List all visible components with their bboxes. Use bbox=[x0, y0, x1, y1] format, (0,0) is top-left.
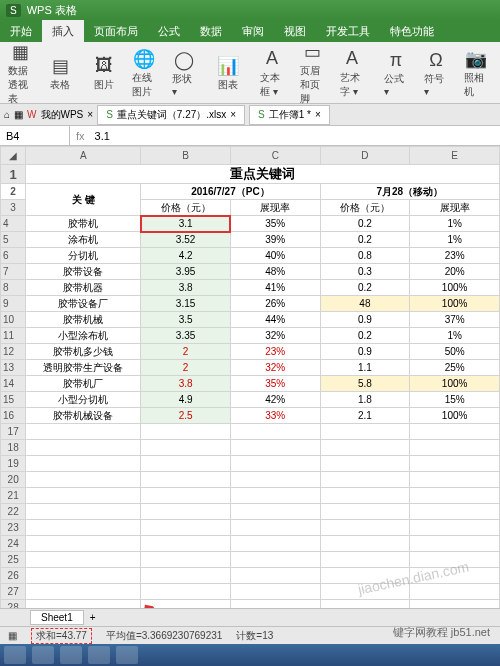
wordart-button[interactable]: A艺术字 ▾ bbox=[334, 45, 370, 101]
symbol-button[interactable]: Ω符号 ▾ bbox=[418, 46, 454, 99]
row-hdr[interactable]: 7 bbox=[1, 264, 26, 280]
tab-data[interactable]: 数据 bbox=[190, 20, 232, 42]
cell[interactable] bbox=[230, 584, 320, 600]
cell[interactable] bbox=[230, 488, 320, 504]
cell[interactable]: 胶带设备 bbox=[26, 264, 141, 280]
cell[interactable]: 40% bbox=[230, 248, 320, 264]
cell[interactable]: 4.9 bbox=[141, 392, 231, 408]
cell[interactable]: 0.2 bbox=[320, 280, 410, 296]
cell[interactable] bbox=[141, 568, 231, 584]
cell[interactable] bbox=[26, 504, 141, 520]
cell[interactable] bbox=[26, 536, 141, 552]
cell[interactable] bbox=[320, 456, 410, 472]
cell[interactable] bbox=[320, 440, 410, 456]
table-row[interactable]: 8 胶带机器 3.8 41% 0.2 100% bbox=[1, 280, 500, 296]
imp-hdr[interactable]: 展现率 bbox=[410, 200, 500, 216]
cell[interactable] bbox=[141, 520, 231, 536]
tab-insert[interactable]: 插入 bbox=[42, 20, 84, 42]
pivot-button[interactable]: ▦数据透视表 bbox=[2, 38, 38, 108]
tab-formula[interactable]: 公式 bbox=[148, 20, 190, 42]
row-hdr[interactable]: 4 bbox=[1, 216, 26, 232]
cell[interactable]: 胶带机厂 bbox=[26, 376, 141, 392]
cell[interactable] bbox=[320, 424, 410, 440]
cell[interactable]: 透明胶带生产设备 bbox=[26, 360, 141, 376]
task-button[interactable] bbox=[60, 646, 82, 664]
cell[interactable] bbox=[320, 488, 410, 504]
cell[interactable]: 0.9 bbox=[320, 344, 410, 360]
shape-button[interactable]: ◯形状 ▾ bbox=[166, 46, 202, 99]
cell[interactable]: 胶带机器 bbox=[26, 280, 141, 296]
cell[interactable]: 48 bbox=[320, 296, 410, 312]
equation-button[interactable]: π公式 ▾ bbox=[378, 46, 414, 99]
task-button[interactable] bbox=[88, 646, 110, 664]
cell[interactable] bbox=[26, 568, 141, 584]
tab-layout[interactable]: 页面布局 bbox=[84, 20, 148, 42]
cell[interactable] bbox=[230, 440, 320, 456]
pc-header[interactable]: 2016/7/27（PC） bbox=[141, 184, 320, 200]
cell[interactable]: 0.2 bbox=[320, 216, 410, 232]
cell[interactable] bbox=[320, 536, 410, 552]
cell[interactable] bbox=[230, 424, 320, 440]
cell[interactable] bbox=[26, 552, 141, 568]
cell[interactable]: 胶带设备厂 bbox=[26, 296, 141, 312]
chart-button[interactable]: 📊图表 bbox=[210, 52, 246, 94]
row-hdr[interactable]: 12 bbox=[1, 344, 26, 360]
cell[interactable]: 48% bbox=[230, 264, 320, 280]
cell[interactable]: 44% bbox=[230, 312, 320, 328]
cell[interactable] bbox=[230, 520, 320, 536]
cell[interactable] bbox=[410, 584, 500, 600]
cell[interactable] bbox=[141, 424, 231, 440]
row-hdr[interactable]: 21 bbox=[1, 488, 26, 504]
cell[interactable]: 23% bbox=[230, 344, 320, 360]
cell[interactable] bbox=[320, 552, 410, 568]
cell[interactable]: 25% bbox=[410, 360, 500, 376]
cell[interactable] bbox=[410, 552, 500, 568]
cell[interactable]: 39% bbox=[230, 232, 320, 248]
cell[interactable] bbox=[410, 504, 500, 520]
row-hdr[interactable]: 17 bbox=[1, 424, 26, 440]
cell[interactable]: 小型涂布机 bbox=[26, 328, 141, 344]
row-hdr[interactable]: 27 bbox=[1, 584, 26, 600]
cell[interactable]: 3.5 bbox=[141, 312, 231, 328]
row-hdr[interactable]: 11 bbox=[1, 328, 26, 344]
picture-button[interactable]: 🖼图片 bbox=[86, 52, 122, 94]
header-button[interactable]: ▭页眉和页脚 bbox=[294, 38, 330, 108]
cell[interactable] bbox=[320, 568, 410, 584]
row-hdr[interactable]: 14 bbox=[1, 376, 26, 392]
row-hdr[interactable]: 1 bbox=[1, 165, 26, 184]
cell[interactable] bbox=[320, 520, 410, 536]
row-hdr[interactable]: 19 bbox=[1, 456, 26, 472]
row-hdr[interactable]: 18 bbox=[1, 440, 26, 456]
tab-special[interactable]: 特色功能 bbox=[380, 20, 444, 42]
cell[interactable]: 100% bbox=[410, 280, 500, 296]
start-button[interactable] bbox=[4, 646, 26, 664]
cell[interactable]: 2 bbox=[141, 360, 231, 376]
table-row[interactable]: 14 胶带机厂 3.8 35% 5.8 100% bbox=[1, 376, 500, 392]
cell[interactable]: 2 bbox=[141, 344, 231, 360]
cell[interactable]: 0.8 bbox=[320, 248, 410, 264]
textbox-button[interactable]: A文本框 ▾ bbox=[254, 45, 290, 101]
row-hdr[interactable]: 3 bbox=[1, 200, 26, 216]
grid-icon[interactable]: ▦ bbox=[14, 109, 23, 120]
col-C[interactable]: C bbox=[230, 147, 320, 165]
cell[interactable] bbox=[410, 424, 500, 440]
close-icon[interactable]: × bbox=[230, 109, 236, 120]
cell[interactable]: 2.1 bbox=[320, 408, 410, 424]
price-hdr[interactable]: 价格（元） bbox=[320, 200, 410, 216]
camera-button[interactable]: 📷照相机 bbox=[458, 45, 494, 101]
close-icon[interactable]: × bbox=[315, 109, 321, 120]
row-hdr[interactable]: 5 bbox=[1, 232, 26, 248]
row-hdr[interactable]: 16 bbox=[1, 408, 26, 424]
cell[interactable]: 涂布机 bbox=[26, 232, 141, 248]
cell[interactable]: 0.3 bbox=[320, 264, 410, 280]
cell[interactable]: 1% bbox=[410, 232, 500, 248]
fx-icon[interactable]: fx bbox=[70, 130, 91, 142]
cell[interactable]: 3.8 bbox=[141, 280, 231, 296]
cell[interactable] bbox=[410, 520, 500, 536]
table-row[interactable]: 7 胶带设备 3.95 48% 0.3 20% bbox=[1, 264, 500, 280]
cell[interactable] bbox=[26, 440, 141, 456]
col-E[interactable]: E bbox=[410, 147, 500, 165]
cell[interactable]: 23% bbox=[410, 248, 500, 264]
doc-tab-1[interactable]: S重点关键词（7.27）.xlsx× bbox=[97, 105, 245, 125]
cell[interactable] bbox=[141, 536, 231, 552]
